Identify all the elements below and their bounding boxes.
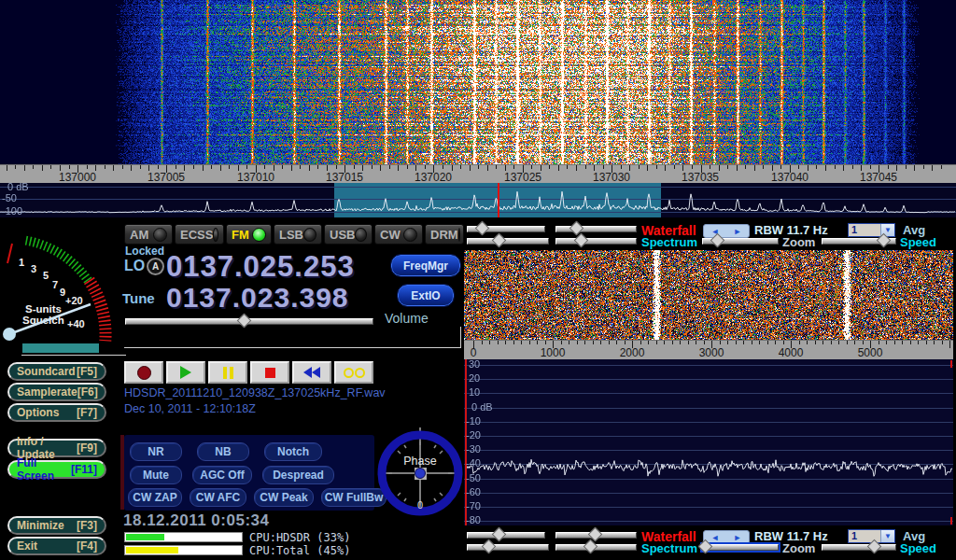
cpu-total-bar <box>124 545 243 555</box>
tune-frequency-display[interactable]: 0137.023.398 <box>166 282 349 314</box>
arrow-left-icon[interactable]: ◄ <box>711 533 720 542</box>
tick <box>300 165 301 169</box>
lo-frequency-display[interactable]: 0137.025.253 <box>166 250 355 284</box>
speed-slider-2[interactable] <box>822 544 896 551</box>
freqmgr-button[interactable]: FreqMgr <box>391 255 460 276</box>
agc-off-button[interactable]: AGC Off <box>192 466 252 484</box>
cw-peak-button[interactable]: CW Peak <box>254 488 314 507</box>
speed-slider[interactable] <box>822 238 896 245</box>
waterfall-brightness-slider-2[interactable] <box>467 532 545 539</box>
tick <box>567 165 568 169</box>
zoom-slider[interactable] <box>702 238 779 245</box>
slider-thumb[interactable] <box>236 314 251 329</box>
volume-slider[interactable] <box>125 318 373 325</box>
samplerate-button[interactable]: Samplerate[F6] <box>7 383 106 401</box>
mute-button[interactable]: Mute <box>130 466 182 484</box>
db-label: -100 <box>2 205 22 217</box>
extio-button[interactable]: ExtIO <box>398 285 454 306</box>
fullscreen-button[interactable]: Full Screen[F11] <box>7 460 106 479</box>
locked-indicator: Locked <box>125 245 164 258</box>
cw-afc-button[interactable]: CW AFC <box>190 488 246 507</box>
rewind-button[interactable] <box>292 361 331 384</box>
tick <box>754 165 755 171</box>
soundcard-button[interactable]: Soundcard[F5] <box>7 362 106 381</box>
avg-dropdown[interactable]: 1 ▼ <box>848 223 895 237</box>
tick <box>727 165 728 169</box>
volume-label: Volume <box>385 311 429 326</box>
slider-thumb[interactable] <box>482 539 497 554</box>
mode-lsb-button[interactable]: LSB <box>274 224 322 245</box>
slider-thumb[interactable] <box>492 233 507 248</box>
freq-tick-label: 137015 <box>315 171 374 184</box>
mode-drm-button[interactable]: DRM <box>425 224 464 245</box>
slider-thumb[interactable] <box>492 527 507 542</box>
squelch-level-bar[interactable] <box>22 343 99 353</box>
main-spectrum[interactable]: 0 dB -50 -100 <box>0 183 956 217</box>
lo-lock-badge[interactable]: A <box>147 258 164 275</box>
mode-am-button[interactable]: AM <box>124 224 173 245</box>
spectrum-brightness-slider[interactable] <box>467 238 549 245</box>
mode-fm-button[interactable]: FM <box>226 224 272 245</box>
mode-ecss-button[interactable]: ECSS <box>175 224 224 245</box>
af-spectrum[interactable]: 30 20 10 0 dB -10 -20 -30 -40 -50 -60 -7… <box>464 359 953 525</box>
tick <box>558 165 559 171</box>
tick <box>553 341 554 348</box>
svg-text:1: 1 <box>19 257 24 268</box>
tick <box>531 165 532 169</box>
stop-button[interactable] <box>250 361 289 384</box>
meter-frame-line <box>21 355 126 356</box>
arrow-right-icon[interactable]: ► <box>734 533 742 542</box>
tick <box>593 341 594 344</box>
mode-cw-button[interactable]: CW <box>374 224 423 245</box>
af-frequency-scale[interactable]: 0 1000 2000 3000 4000 5000 <box>464 340 953 360</box>
tick <box>15 165 16 169</box>
tick <box>640 341 641 344</box>
mode-usb-button[interactable]: USB <box>324 224 373 245</box>
tick <box>561 341 562 344</box>
tune-cursor[interactable] <box>498 183 499 217</box>
af-waterfall[interactable] <box>464 250 953 340</box>
notch-button[interactable]: Notch <box>264 442 322 461</box>
spectrum-brightness-slider-2[interactable] <box>467 544 549 551</box>
minimize-button[interactable]: Minimize[F3] <box>7 516 106 535</box>
main-waterfall[interactable] <box>0 0 956 164</box>
band-scroll-spinner[interactable]: ◄► <box>703 224 750 238</box>
info-update-button[interactable]: Info / Update[F9] <box>7 439 106 457</box>
zoom-slider-2[interactable] <box>702 544 779 551</box>
phase-dial[interactable]: Phase 0 <box>373 422 467 521</box>
tick <box>256 165 257 173</box>
arrow-right-icon[interactable]: ► <box>734 227 742 236</box>
slider-thumb[interactable] <box>583 539 598 554</box>
options-button[interactable]: Options[F7] <box>7 403 106 422</box>
freq-tick-label: 137035 <box>670 171 730 184</box>
waterfall-contrast-slider-2[interactable] <box>555 532 637 539</box>
spectrum-contrast-slider[interactable] <box>555 238 637 245</box>
band-scroll-spinner-2[interactable]: ◄► <box>703 530 750 544</box>
cpu-total-text: CPU:Total (45%) <box>249 544 350 557</box>
svg-text:Phase: Phase <box>403 455 436 468</box>
nr-button[interactable]: NR <box>130 442 182 461</box>
play-button[interactable] <box>166 361 205 384</box>
tick <box>710 165 710 169</box>
waterfall-contrast-slider[interactable] <box>555 226 637 232</box>
tick <box>835 165 836 169</box>
exit-button[interactable]: Exit[F4] <box>7 537 106 555</box>
tick <box>656 165 657 169</box>
slider-thumb[interactable] <box>475 221 490 236</box>
record-button[interactable] <box>124 361 163 384</box>
cw-zap-button[interactable]: CW ZAP <box>128 488 182 507</box>
pause-button[interactable] <box>208 361 247 384</box>
despread-button[interactable]: Despread <box>262 466 334 484</box>
loop-button[interactable] <box>334 361 373 384</box>
db-label: -50 <box>2 192 17 203</box>
freq-tick-label: 137000 <box>48 171 107 184</box>
tick <box>672 341 673 344</box>
tick <box>665 165 666 171</box>
freq-tick-label: 137030 <box>582 171 641 184</box>
waterfall-brightness-slider[interactable] <box>467 226 545 232</box>
spectrum-contrast-slider-2[interactable] <box>555 544 637 551</box>
main-frequency-scale[interactable]: 137000 137005 137010 137015 137020 13702… <box>0 164 956 185</box>
chevron-down-icon[interactable]: ▼ <box>880 530 894 542</box>
tick <box>380 165 381 171</box>
nb-button[interactable]: NB <box>197 442 249 461</box>
